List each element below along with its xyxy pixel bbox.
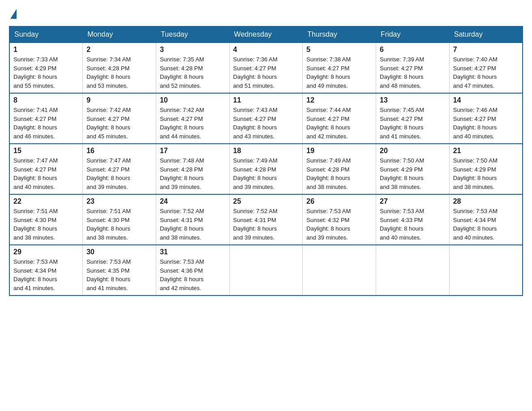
calendar-cell: 16 Sunrise: 7:47 AMSunset: 4:27 PMDaylig… bbox=[83, 144, 156, 194]
calendar-cell: 3 Sunrise: 7:35 AMSunset: 4:28 PMDayligh… bbox=[156, 43, 229, 93]
calendar-week-row: 29 Sunrise: 7:53 AMSunset: 4:34 PMDaylig… bbox=[9, 245, 523, 295]
calendar-cell: 11 Sunrise: 7:43 AMSunset: 4:27 PMDaylig… bbox=[229, 93, 303, 144]
day-info: Sunrise: 7:43 AMSunset: 4:27 PMDaylight:… bbox=[233, 106, 299, 141]
weekday-header-thursday: Thursday bbox=[303, 26, 376, 43]
calendar-cell bbox=[449, 245, 523, 295]
calendar-cell: 19 Sunrise: 7:49 AMSunset: 4:28 PMDaylig… bbox=[303, 144, 376, 194]
calendar-week-row: 1 Sunrise: 7:33 AMSunset: 4:29 PMDayligh… bbox=[9, 43, 523, 93]
day-info: Sunrise: 7:38 AMSunset: 4:27 PMDaylight:… bbox=[306, 55, 372, 90]
calendar-cell: 1 Sunrise: 7:33 AMSunset: 4:29 PMDayligh… bbox=[9, 43, 83, 93]
calendar-cell: 4 Sunrise: 7:36 AMSunset: 4:27 PMDayligh… bbox=[229, 43, 303, 93]
calendar-cell: 9 Sunrise: 7:42 AMSunset: 4:27 PMDayligh… bbox=[83, 93, 156, 144]
calendar-cell: 30 Sunrise: 7:53 AMSunset: 4:35 PMDaylig… bbox=[83, 245, 156, 295]
day-number: 16 bbox=[86, 147, 152, 155]
day-info: Sunrise: 7:47 AMSunset: 4:27 PMDaylight:… bbox=[86, 156, 152, 191]
day-info: Sunrise: 7:53 AMSunset: 4:34 PMDaylight:… bbox=[453, 207, 519, 242]
calendar-cell: 14 Sunrise: 7:46 AMSunset: 4:27 PMDaylig… bbox=[449, 93, 523, 144]
calendar-cell: 12 Sunrise: 7:44 AMSunset: 4:27 PMDaylig… bbox=[303, 93, 376, 144]
day-info: Sunrise: 7:52 AMSunset: 4:31 PMDaylight:… bbox=[160, 207, 226, 242]
logo bbox=[9, 9, 17, 17]
day-info: Sunrise: 7:53 AMSunset: 4:34 PMDaylight:… bbox=[13, 257, 79, 292]
day-number: 5 bbox=[306, 46, 372, 54]
calendar-cell: 15 Sunrise: 7:47 AMSunset: 4:27 PMDaylig… bbox=[9, 144, 83, 194]
weekday-header-row: SundayMondayTuesdayWednesdayThursdayFrid… bbox=[9, 26, 523, 43]
day-number: 24 bbox=[160, 197, 226, 206]
calendar-cell: 5 Sunrise: 7:38 AMSunset: 4:27 PMDayligh… bbox=[303, 43, 376, 93]
day-number: 25 bbox=[233, 197, 299, 206]
day-number: 23 bbox=[86, 197, 152, 206]
day-info: Sunrise: 7:51 AMSunset: 4:30 PMDaylight:… bbox=[13, 207, 79, 242]
day-number: 14 bbox=[453, 96, 519, 104]
calendar-week-row: 8 Sunrise: 7:41 AMSunset: 4:27 PMDayligh… bbox=[9, 93, 523, 144]
logo-triangle-icon bbox=[10, 9, 17, 19]
day-info: Sunrise: 7:41 AMSunset: 4:27 PMDaylight:… bbox=[13, 106, 79, 141]
day-number: 3 bbox=[160, 46, 226, 54]
calendar-cell: 13 Sunrise: 7:45 AMSunset: 4:27 PMDaylig… bbox=[376, 93, 450, 144]
day-number: 7 bbox=[453, 46, 519, 54]
calendar-cell: 24 Sunrise: 7:52 AMSunset: 4:31 PMDaylig… bbox=[156, 194, 229, 245]
day-number: 2 bbox=[86, 46, 152, 54]
day-info: Sunrise: 7:48 AMSunset: 4:28 PMDaylight:… bbox=[160, 156, 226, 191]
calendar-table: SundayMondayTuesdayWednesdayThursdayFrid… bbox=[9, 26, 523, 296]
day-info: Sunrise: 7:49 AMSunset: 4:28 PMDaylight:… bbox=[233, 156, 299, 191]
day-info: Sunrise: 7:50 AMSunset: 4:29 PMDaylight:… bbox=[453, 156, 519, 191]
day-info: Sunrise: 7:36 AMSunset: 4:27 PMDaylight:… bbox=[233, 55, 299, 90]
calendar-cell: 21 Sunrise: 7:50 AMSunset: 4:29 PMDaylig… bbox=[449, 144, 523, 194]
calendar-cell: 22 Sunrise: 7:51 AMSunset: 4:30 PMDaylig… bbox=[9, 194, 83, 245]
day-info: Sunrise: 7:40 AMSunset: 4:27 PMDaylight:… bbox=[453, 55, 519, 90]
calendar-cell: 2 Sunrise: 7:34 AMSunset: 4:28 PMDayligh… bbox=[83, 43, 156, 93]
day-info: Sunrise: 7:47 AMSunset: 4:27 PMDaylight:… bbox=[13, 156, 79, 191]
day-info: Sunrise: 7:33 AMSunset: 4:29 PMDaylight:… bbox=[13, 55, 79, 90]
calendar-cell: 31 Sunrise: 7:53 AMSunset: 4:36 PMDaylig… bbox=[156, 245, 229, 295]
day-number: 22 bbox=[13, 197, 79, 206]
day-info: Sunrise: 7:53 AMSunset: 4:36 PMDaylight:… bbox=[160, 257, 226, 292]
day-number: 1 bbox=[13, 46, 79, 54]
page-header bbox=[9, 9, 523, 17]
day-number: 31 bbox=[160, 248, 226, 256]
weekday-header-saturday: Saturday bbox=[449, 26, 523, 43]
day-info: Sunrise: 7:52 AMSunset: 4:31 PMDaylight:… bbox=[233, 207, 299, 242]
calendar-cell: 18 Sunrise: 7:49 AMSunset: 4:28 PMDaylig… bbox=[229, 144, 303, 194]
day-number: 15 bbox=[13, 147, 79, 155]
calendar-week-row: 22 Sunrise: 7:51 AMSunset: 4:30 PMDaylig… bbox=[9, 194, 523, 245]
calendar-cell: 29 Sunrise: 7:53 AMSunset: 4:34 PMDaylig… bbox=[9, 245, 83, 295]
day-number: 13 bbox=[380, 96, 446, 104]
day-info: Sunrise: 7:42 AMSunset: 4:27 PMDaylight:… bbox=[86, 106, 152, 141]
day-number: 9 bbox=[86, 96, 152, 104]
calendar-cell bbox=[376, 245, 450, 295]
calendar-cell: 26 Sunrise: 7:53 AMSunset: 4:32 PMDaylig… bbox=[303, 194, 376, 245]
day-info: Sunrise: 7:34 AMSunset: 4:28 PMDaylight:… bbox=[86, 55, 152, 90]
day-number: 30 bbox=[86, 248, 152, 256]
weekday-header-tuesday: Tuesday bbox=[156, 26, 229, 43]
day-number: 11 bbox=[233, 96, 299, 104]
day-number: 20 bbox=[380, 147, 446, 155]
calendar-cell: 20 Sunrise: 7:50 AMSunset: 4:29 PMDaylig… bbox=[376, 144, 450, 194]
day-info: Sunrise: 7:53 AMSunset: 4:32 PMDaylight:… bbox=[306, 207, 372, 242]
day-info: Sunrise: 7:44 AMSunset: 4:27 PMDaylight:… bbox=[306, 106, 372, 141]
calendar-cell: 7 Sunrise: 7:40 AMSunset: 4:27 PMDayligh… bbox=[449, 43, 523, 93]
day-number: 10 bbox=[160, 96, 226, 104]
day-info: Sunrise: 7:50 AMSunset: 4:29 PMDaylight:… bbox=[380, 156, 446, 191]
weekday-header-friday: Friday bbox=[376, 26, 450, 43]
calendar-cell: 25 Sunrise: 7:52 AMSunset: 4:31 PMDaylig… bbox=[229, 194, 303, 245]
day-info: Sunrise: 7:53 AMSunset: 4:33 PMDaylight:… bbox=[380, 207, 446, 242]
day-number: 26 bbox=[306, 197, 372, 206]
calendar-cell: 10 Sunrise: 7:42 AMSunset: 4:27 PMDaylig… bbox=[156, 93, 229, 144]
day-info: Sunrise: 7:39 AMSunset: 4:27 PMDaylight:… bbox=[380, 55, 446, 90]
day-info: Sunrise: 7:53 AMSunset: 4:35 PMDaylight:… bbox=[86, 257, 152, 292]
day-info: Sunrise: 7:49 AMSunset: 4:28 PMDaylight:… bbox=[306, 156, 372, 191]
day-info: Sunrise: 7:45 AMSunset: 4:27 PMDaylight:… bbox=[380, 106, 446, 141]
day-number: 18 bbox=[233, 147, 299, 155]
day-number: 27 bbox=[380, 197, 446, 206]
day-number: 12 bbox=[306, 96, 372, 104]
day-number: 17 bbox=[160, 147, 226, 155]
weekday-header-sunday: Sunday bbox=[9, 26, 83, 43]
day-info: Sunrise: 7:35 AMSunset: 4:28 PMDaylight:… bbox=[160, 55, 226, 90]
calendar-week-row: 15 Sunrise: 7:47 AMSunset: 4:27 PMDaylig… bbox=[9, 144, 523, 194]
calendar-cell: 27 Sunrise: 7:53 AMSunset: 4:33 PMDaylig… bbox=[376, 194, 450, 245]
weekday-header-monday: Monday bbox=[83, 26, 156, 43]
day-number: 4 bbox=[233, 46, 299, 54]
day-info: Sunrise: 7:51 AMSunset: 4:30 PMDaylight:… bbox=[86, 207, 152, 242]
day-number: 21 bbox=[453, 147, 519, 155]
day-number: 28 bbox=[453, 197, 519, 206]
